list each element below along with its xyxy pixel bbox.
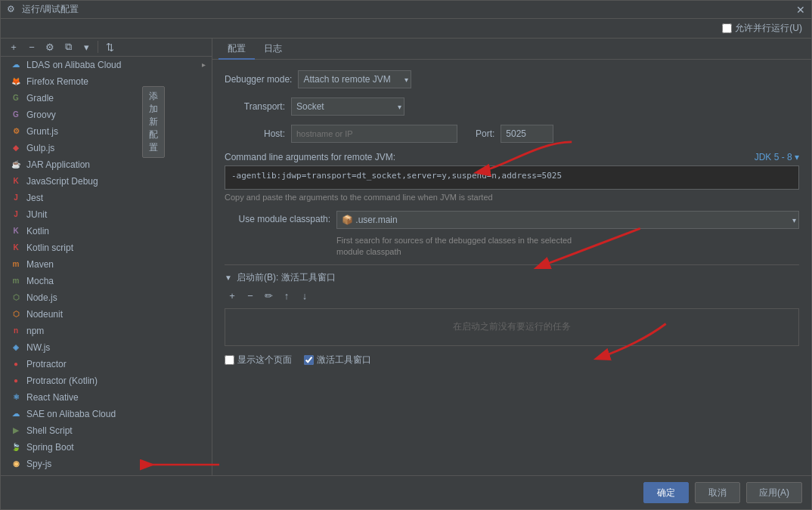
host-label: Host: <box>225 128 285 139</box>
sidebar-item-nodeunit[interactable]: ⬡Nodeunit <box>1 306 212 323</box>
sidebar-label-npm: npm <box>26 326 206 336</box>
show-page-label[interactable]: 显示这个页面 <box>225 354 292 366</box>
sidebar-item-shell-script[interactable]: ▶Shell Script <box>1 422 212 439</box>
sidebar-item-firefox-remote[interactable]: 🦊Firefox Remote <box>1 73 212 90</box>
sidebar-label-jest: Jest <box>26 193 206 203</box>
sidebar-item-protractor[interactable]: ●Protractor <box>1 356 212 372</box>
no-tasks-text: 在启动之前没有要运行的任务 <box>453 320 571 333</box>
allow-parallel-label[interactable]: 允许并行运行(U) <box>722 22 802 35</box>
sidebar-item-gradle[interactable]: GGradle <box>1 90 212 107</box>
jdk-link[interactable]: JDK 5 - 8 ▾ <box>755 152 799 162</box>
section-divider <box>225 264 799 265</box>
toolbar-divider <box>98 41 98 53</box>
sidebar-icon-npm: n <box>10 325 22 337</box>
before-launch-area: 在启动之前没有要运行的任务 <box>225 308 799 346</box>
sidebar-label-js-debug: JavaScript Debug <box>26 176 206 187</box>
bl-add-button[interactable]: + <box>225 289 240 304</box>
sidebar-icon-spring-boot: 🍃 <box>10 441 22 453</box>
sidebar-label-gruntjs: Grunt.js <box>26 126 206 137</box>
sidebar: ☁LDAS on Alibaba Cloud▸🦊Firefox RemoteGG… <box>1 57 212 475</box>
sidebar-item-jar-application[interactable]: ☕JAR Application <box>1 156 212 173</box>
cancel-button[interactable]: 取消 <box>695 482 740 503</box>
sidebar-item-ldas-alibaba[interactable]: ☁LDAS on Alibaba Cloud▸ <box>1 57 212 73</box>
sidebar-item-mocha[interactable]: mMocha <box>1 273 212 289</box>
transport-label: Transport: <box>225 101 285 112</box>
debugger-mode-select[interactable]: Attach to remote JVM Listen to remote JV… <box>298 70 411 88</box>
window-icon: ⚙ <box>7 4 19 16</box>
port-label: Port: <box>476 128 494 139</box>
module-classpath-row: Use module classpath: 📦 .user.main <box>225 211 799 229</box>
sidebar-icon-nwjs: ◈ <box>10 342 22 354</box>
sidebar-item-jest[interactable]: JJest <box>1 190 212 206</box>
bl-edit-button[interactable]: ✏ <box>261 289 276 304</box>
sidebar-item-maven[interactable]: mMaven <box>1 256 212 273</box>
sidebar-item-gulpjs[interactable]: ◆Gulp.js <box>1 140 212 156</box>
allow-parallel-checkbox[interactable] <box>722 23 732 33</box>
remove-config-button[interactable]: − <box>23 39 40 55</box>
sidebar-icon-junit: J <box>10 209 22 221</box>
confirm-button[interactable]: 确定 <box>643 482 689 503</box>
right-panel: 配置 日志 Debugger mode: Attach to remote JV… <box>212 39 811 475</box>
before-launch-toolbar: + − ✏ ↑ ↓ <box>225 289 799 304</box>
transport-row: Transport: Socket Shared memory <box>225 97 799 116</box>
debugger-mode-select-wrapper: Attach to remote JVM Listen to remote JV… <box>298 70 411 88</box>
sidebar-icon-mocha: m <box>10 275 22 287</box>
sidebar-item-nwjs[interactable]: ◈NW.js <box>1 339 212 356</box>
activate-toolwindow-checkbox[interactable] <box>304 355 314 365</box>
sidebar-label-junit: JUnit <box>26 209 206 220</box>
cmd-section: Command line arguments for remote JVM: J… <box>225 152 799 202</box>
bottom-bar: 确定 取消 应用(A) <box>1 475 811 509</box>
add-config-button[interactable]: + <box>5 39 22 55</box>
settings-button[interactable]: ⚙ <box>42 39 58 55</box>
bl-up-button[interactable]: ↑ <box>279 289 294 304</box>
sidebar-label-nwjs: NW.js <box>26 342 206 353</box>
window-title: 运行/调试配置 <box>22 3 79 16</box>
sidebar-item-kotlin-script[interactable]: KKotlin script <box>1 240 212 256</box>
port-input[interactable] <box>501 125 553 143</box>
left-arrow <box>136 450 227 480</box>
panel-content: Debugger mode: Attach to remote JVM List… <box>212 60 811 475</box>
sort-button[interactable]: ⇅ <box>101 39 118 55</box>
sidebar-item-protractor-kotlin[interactable]: ●Protractor (Kotlin) <box>1 372 212 389</box>
show-page-checkbox[interactable] <box>225 355 234 365</box>
copy-button[interactable]: ⧉ <box>60 39 76 55</box>
cmd-label-row: Command line arguments for remote JVM: J… <box>225 152 799 162</box>
sidebar-label-protractor-kotlin: Protractor (Kotlin) <box>26 376 206 386</box>
module-classpath-select[interactable]: 📦 .user.main <box>336 211 799 229</box>
sidebar-item-nodejs[interactable]: ⬡Node.js <box>1 289 212 306</box>
transport-select-wrapper: Socket Shared memory <box>291 97 404 116</box>
apply-button[interactable]: 应用(A) <box>746 482 802 503</box>
activate-toolwindow-label[interactable]: 激活工具窗口 <box>304 354 371 366</box>
module-hint: First search for sources of the debugged… <box>336 235 799 258</box>
sidebar-item-js-debug[interactable]: KJavaScript Debug <box>1 173 212 190</box>
chevron-down-button[interactable]: ▾ <box>78 39 95 55</box>
sidebar-item-groovy[interactable]: GGroovy <box>1 107 212 123</box>
bl-remove-button[interactable]: − <box>243 289 258 304</box>
bl-down-button[interactable]: ↓ <box>297 289 312 304</box>
tab-config[interactable]: 配置 <box>218 39 255 60</box>
module-classpath-label: Use module classpath: <box>225 211 330 224</box>
close-button[interactable]: ✕ <box>796 4 805 16</box>
transport-select[interactable]: Socket Shared memory <box>291 97 404 116</box>
sidebar-item-react-native[interactable]: ⚛React Native <box>1 389 212 406</box>
module-hint-line1: First search for sources of the debugged… <box>336 236 572 245</box>
sidebar-item-junit[interactable]: JJUnit <box>1 206 212 223</box>
sidebar-item-gruntjs[interactable]: ⚙Grunt.js <box>1 123 212 140</box>
title-bar: ⚙ 运行/调试配置 ✕ <box>1 1 811 19</box>
sidebar-label-nodejs: Node.js <box>26 292 206 303</box>
before-launch-title: 启动前(B): 激活工具窗口 <box>237 271 336 284</box>
tab-log[interactable]: 日志 <box>255 39 291 60</box>
cmd-hint: Copy and paste the arguments to the comm… <box>225 193 799 202</box>
sidebar-icon-ldas-alibaba: ☁ <box>10 59 22 71</box>
sidebar-label-kotlin: Kotlin <box>26 226 206 236</box>
sidebar-label-jar-application: JAR Application <box>26 159 206 170</box>
sidebar-item-sae-alibaba[interactable]: ☁SAE on Alibaba Cloud <box>1 406 212 422</box>
collapse-icon[interactable]: ▼ <box>225 274 232 282</box>
sidebar-item-kotlin[interactable]: KKotlin <box>1 223 212 240</box>
left-wrapper: + − ⚙ ⧉ ▾ ⇅ 添加新配置 ☁LDAS on Alibaba Cloud… <box>1 39 212 475</box>
cmd-label-text: Command line arguments for remote JVM: <box>225 152 395 162</box>
host-input[interactable] <box>291 125 457 143</box>
sidebar-icon-kotlin-script: K <box>10 242 22 254</box>
sidebar-label-maven: Maven <box>26 259 206 270</box>
sidebar-item-npm[interactable]: nnpm <box>1 323 212 339</box>
